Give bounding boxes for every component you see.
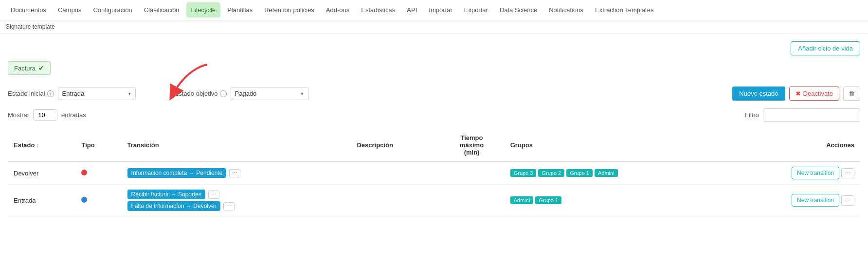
cell-estado: Devolver [8, 161, 75, 185]
table-row: DevolverInformacion completa → Pendiente… [8, 161, 860, 185]
transition-pill[interactable]: Recibir factura → Soportes [127, 190, 205, 199]
nav-item-plantillas[interactable]: Plantillas [222, 2, 257, 17]
show-label: Mostrar [8, 111, 29, 119]
cell-transicion: Recibir factura → Soportes⋯Falta de info… [122, 185, 351, 216]
show-entries-row: Mostrar entradas Filtro [8, 108, 860, 122]
lifecycle-table: Estado Tipo Transición Descripción Tiemp… [8, 129, 860, 216]
group-badge: Grupo 1 [535, 196, 561, 204]
transition-pill-menu-button[interactable]: ⋯ [208, 191, 219, 199]
red-dot-icon [81, 170, 87, 175]
estado-objetivo-select-wrapper: Pagado Entrada Devolver [231, 87, 308, 100]
group-badge: Grupo 3 [510, 169, 537, 177]
entries-label: entradas [61, 111, 86, 119]
col-tiempo: Tiempomáximo(min) [439, 129, 504, 161]
cell-acciones: New transition⋯ [723, 185, 860, 216]
nav-item-documentos[interactable]: Documentos [6, 2, 51, 17]
cell-tiempo [439, 161, 504, 185]
transition-pill-menu-button[interactable]: ⋯ [229, 169, 240, 177]
estado-objetivo-label: Estado objetivo i [175, 90, 227, 97]
deactivate-button[interactable]: ✖ Deactivate [789, 87, 839, 101]
action-menu-button[interactable]: ⋯ [841, 195, 854, 206]
right-controls: Nuevo estado ✖ Deactivate 🗑 [732, 87, 860, 101]
nav-item-extraction[interactable]: Extraction Templates [590, 2, 658, 17]
group-badge: Admini [510, 196, 534, 204]
cell-acciones: New transition⋯ [723, 161, 860, 185]
cell-grupos: Grupo 3Grupo 2Grupo 1Admini [505, 161, 723, 185]
cell-grupos: AdminiGrupo 1 [505, 185, 723, 216]
filter-input[interactable] [763, 108, 860, 122]
cell-tiempo [439, 185, 504, 216]
nav-item-estadisticas[interactable]: Estadísticas [356, 2, 400, 17]
blue-dot-icon [81, 197, 87, 203]
col-tipo: Tipo [75, 129, 121, 161]
nav-item-lifecycle[interactable]: Lifecycle [186, 2, 221, 17]
estado-inicial-group: Estado inicial i Entrada Devolver Pagado [8, 87, 136, 100]
group-badge: Grupo 2 [538, 169, 564, 177]
group-badge: Admini [595, 169, 618, 177]
col-acciones: Acciones [723, 129, 860, 161]
estado-objetivo-select[interactable]: Pagado Entrada Devolver [231, 87, 308, 100]
controls-row: Estado inicial i Entrada Devolver Pagado [8, 87, 860, 101]
table-row: EntradaRecibir factura → Soportes⋯Falta … [8, 185, 860, 216]
new-transition-button[interactable]: New transition [792, 167, 839, 179]
factura-badge[interactable]: Factura ✔ [8, 61, 860, 83]
cell-tipo [75, 185, 121, 216]
estado-inicial-info-icon[interactable]: i [47, 90, 54, 97]
estado-inicial-select[interactable]: Entrada Devolver Pagado [58, 87, 136, 100]
breadcrumb: Signature template [0, 20, 868, 34]
nav-item-importar[interactable]: Importar [424, 2, 457, 17]
action-menu-button[interactable]: ⋯ [841, 168, 854, 178]
estado-objetivo-group: Estado objetivo i Pagado Entrada Devolve… [175, 87, 308, 100]
cell-descripcion [351, 185, 439, 216]
deactivate-x-icon: ✖ [796, 90, 801, 97]
nav-item-campos[interactable]: Campos [53, 2, 86, 17]
nav-item-api[interactable]: API [402, 2, 422, 17]
factura-label: Factura [14, 65, 36, 72]
nav-item-configuracion[interactable]: Configuración [88, 2, 137, 17]
group-badge: Grupo 1 [566, 169, 593, 177]
delete-button[interactable]: 🗑 [843, 87, 860, 101]
transition-pill-menu-button[interactable]: ⋯ [223, 202, 235, 210]
cell-tipo [75, 161, 121, 185]
transition-pill[interactable]: Informacion completa → Pendiente [127, 168, 227, 178]
nav-item-retention[interactable]: Retention policies [259, 2, 319, 17]
nav-item-clasificacion[interactable]: Clasificación [139, 2, 184, 17]
estado-inicial-label: Estado inicial i [8, 90, 54, 97]
factura-check-icon: ✔ [38, 64, 44, 72]
transition-pill[interactable]: Falta de informacion → Devolver [127, 201, 220, 211]
nav-item-addons[interactable]: Add-ons [321, 2, 354, 17]
table-body: DevolverInformacion completa → Pendiente… [8, 161, 860, 216]
delete-icon: 🗑 [849, 90, 855, 97]
col-grupos: Grupos [505, 129, 723, 161]
add-lifecycle-button[interactable]: Añadir ciclo de vida [791, 41, 860, 55]
entries-count-input[interactable] [33, 109, 57, 121]
top-nav: DocumentosCamposConfiguraciónClasificaci… [0, 0, 868, 20]
table-header: Estado Tipo Transición Descripción Tiemp… [8, 129, 860, 161]
estado-inicial-select-wrapper: Entrada Devolver Pagado [58, 87, 136, 100]
table-wrapper: Estado Tipo Transición Descripción Tiemp… [8, 129, 860, 216]
nav-item-notifications[interactable]: Notifications [544, 2, 588, 17]
cell-estado: Entrada [8, 185, 75, 216]
col-transicion: Transición [122, 129, 351, 161]
nav-item-exportar[interactable]: Exportar [459, 2, 493, 17]
header-actions: Añadir ciclo de vida [8, 41, 860, 55]
cell-descripcion [351, 161, 439, 185]
col-estado[interactable]: Estado [8, 129, 75, 161]
col-descripcion: Descripción [351, 129, 439, 161]
filter-label: Filtro [745, 111, 759, 119]
nuevo-estado-button[interactable]: Nuevo estado [732, 87, 785, 101]
filter-group: Filtro [745, 108, 860, 122]
new-transition-button[interactable]: New transition [792, 194, 839, 207]
estado-objetivo-info-icon[interactable]: i [220, 90, 227, 97]
cell-transicion: Informacion completa → Pendiente⋯ [122, 161, 351, 185]
nav-item-datascience[interactable]: Data Science [495, 2, 542, 17]
